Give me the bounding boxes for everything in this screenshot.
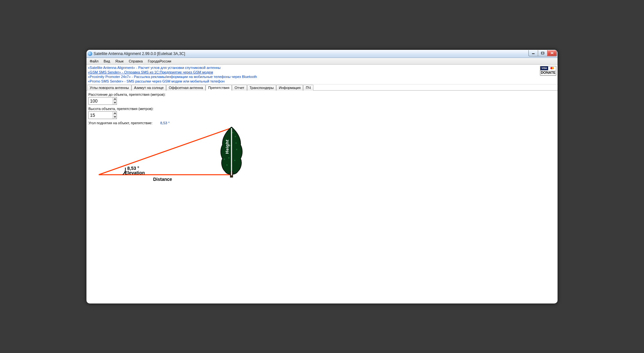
- svg-marker-2: [99, 128, 231, 175]
- visa-icon: VISA: [540, 66, 548, 70]
- svg-point-12: [235, 142, 237, 144]
- link-proximity[interactable]: «Proximity Promoter 24x7» - Рассылка рек…: [88, 74, 556, 79]
- diagram-elevation-label: Elevation: [125, 170, 145, 175]
- titlebar: Satellite Antenna Alignment 2.99.0.0 [Eu…: [86, 50, 558, 58]
- close-button[interactable]: [547, 50, 557, 56]
- mastercard-icon: [548, 66, 556, 70]
- tab-if[interactable]: ПЧ: [303, 85, 313, 91]
- height-spin-down[interactable]: [113, 115, 117, 119]
- height-input[interactable]: [89, 112, 113, 119]
- menu-lang[interactable]: Язык: [113, 59, 126, 64]
- links-bar: «Satellite Antenna Alignment» - Расчет у…: [86, 65, 558, 84]
- menubar: Файл Вид Язык Справка ГородаРоссии: [86, 58, 558, 65]
- link-gsm[interactable]: «GSM SMS Sender» - Отправка SMS из 1С:Пр…: [88, 70, 556, 74]
- menu-file[interactable]: Файл: [87, 59, 101, 64]
- svg-point-13: [224, 159, 225, 160]
- maximize-button[interactable]: [538, 50, 548, 56]
- height-spinner: [88, 111, 117, 119]
- tab-bar: Углы поворота антенны Азимут на солнце О…: [86, 84, 558, 90]
- app-window: Satellite Antenna Alignment 2.99.0.0 [Eu…: [86, 50, 558, 303]
- window-title: Satellite Antenna Alignment 2.99.0.0 [Eu…: [94, 51, 185, 56]
- diagram-distance-label: Distance: [153, 177, 172, 182]
- diagram-height-label: Height: [225, 139, 230, 153]
- height-label: Высота объекта, препятствия (метров):: [88, 107, 556, 111]
- svg-rect-0: [532, 53, 535, 54]
- svg-point-11: [226, 164, 228, 166]
- obstacle-diagram: Height 8,53 ° Elevation Distance: [98, 126, 254, 184]
- tab-offset[interactable]: Оффсетная антенна: [166, 85, 206, 91]
- tab-content: Расстояние до объекта, препятствия (метр…: [86, 91, 558, 186]
- distance-spinner: [88, 97, 117, 105]
- menu-help[interactable]: Справка: [126, 59, 145, 64]
- tab-transponders[interactable]: Транспондеры: [247, 85, 277, 91]
- distance-spin-down[interactable]: [113, 101, 117, 105]
- svg-rect-1: [541, 52, 544, 54]
- donate-label: DONATE: [540, 70, 556, 74]
- svg-point-4: [235, 136, 236, 137]
- tree-icon: [220, 127, 243, 179]
- tab-obstacles[interactable]: Препятствия: [206, 85, 232, 91]
- tab-report[interactable]: Отчет: [232, 85, 247, 91]
- menu-cities[interactable]: ГородаРоссии: [145, 59, 174, 64]
- svg-point-7: [236, 149, 237, 150]
- svg-point-14: [232, 132, 233, 133]
- height-spin-buttons: [113, 112, 117, 119]
- window-buttons: [529, 50, 557, 56]
- link-saa[interactable]: «Satellite Antenna Alignment» - Расчет у…: [88, 65, 556, 70]
- svg-point-9: [234, 160, 235, 161]
- menu-view[interactable]: Вид: [101, 59, 113, 64]
- result-value: 8,53 °: [160, 121, 170, 125]
- tab-info[interactable]: Информация: [276, 85, 303, 91]
- tab-angles[interactable]: Углы поворота антенны: [87, 85, 131, 91]
- link-promo[interactable]: «Promo SMS Sender» - SMS рассылки через …: [88, 79, 556, 83]
- distance-input[interactable]: [89, 97, 113, 105]
- distance-spin-up[interactable]: [113, 97, 117, 101]
- distance-spin-buttons: [113, 97, 117, 105]
- result-label: Угол поднятия на объект, препятствие:: [88, 121, 153, 125]
- tab-sun-azimuth[interactable]: Азимут на солнце: [131, 85, 166, 91]
- distance-label: Расстояние до объекта, препятствия (метр…: [88, 93, 556, 96]
- app-icon: [88, 51, 92, 56]
- svg-point-8: [228, 157, 230, 159]
- height-spin-up[interactable]: [113, 112, 117, 116]
- result-row: Угол поднятия на объект, препятствие: 8,…: [88, 121, 556, 125]
- donate-button[interactable]: VISA DONATE: [540, 66, 556, 75]
- minimize-button[interactable]: [528, 50, 538, 56]
